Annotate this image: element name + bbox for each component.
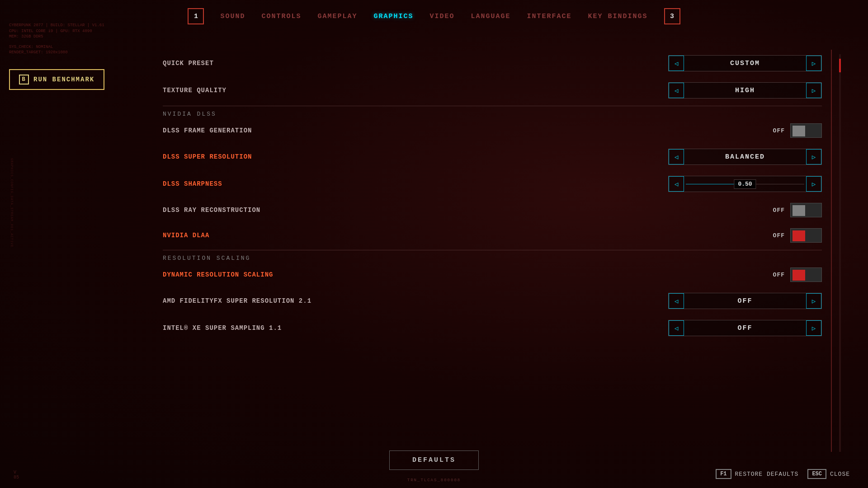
intel-xe-next[interactable]: ▷ <box>806 320 821 336</box>
texture-quality-label: Texture Quality <box>163 87 226 94</box>
dlss-super-res-selector: ◁ Balanced ▷ <box>668 149 822 165</box>
dlss-frame-gen-toggle-wrapper: OFF <box>768 123 822 138</box>
dlss-sharpness-next[interactable]: ▷ <box>806 176 821 192</box>
restore-defaults-label: Restore Defaults <box>735 471 799 478</box>
close-label: Close <box>830 471 850 478</box>
version-v: V <box>14 470 16 475</box>
quick-preset-next[interactable]: ▷ <box>806 56 821 71</box>
dlss-ray-toggle-wrapper: OFF <box>768 203 822 217</box>
dynamic-res-label: Dynamic Resolution Scaling <box>163 271 273 278</box>
dlss-sharpness-row: DLSS Sharpness ◁ 0.50 ▷ <box>163 170 822 197</box>
quick-preset-prev[interactable]: ◁ <box>669 56 684 71</box>
dlss-sharpness-track: 0.50 <box>684 176 806 192</box>
nav-box-left: 1 <box>188 8 204 24</box>
texture-quality-prev[interactable]: ◁ <box>669 83 684 98</box>
texture-quality-value: High <box>684 87 806 94</box>
res-scaling-section-divider: Resolution Scaling <box>163 250 822 262</box>
intel-xe-label: Intel® Xe Super Sampling 1.1 <box>163 324 282 332</box>
dlss-frame-gen-toggle[interactable] <box>790 123 822 138</box>
intel-xe-row: Intel® Xe Super Sampling 1.1 ◁ Off ▷ <box>163 314 822 342</box>
dlss-frame-gen-state: OFF <box>773 127 785 134</box>
quick-preset-label: Quick Preset <box>163 60 214 67</box>
dlss-section-title: NVIDIA DLSS <box>163 107 217 121</box>
dlss-sharpness-value: 0.50 <box>734 179 756 189</box>
nvidia-dlaa-toggle[interactable] <box>790 228 822 243</box>
top-nav: 1 SOUND CONTROLS GAMEPLAY GRAPHICS VIDEO… <box>0 8 868 24</box>
dlss-sharpness-label: DLSS Sharpness <box>163 180 222 188</box>
tab-gameplay[interactable]: GAMEPLAY <box>317 13 357 20</box>
dlss-sharpness-slider[interactable]: ◁ 0.50 ▷ <box>668 176 822 192</box>
dlss-super-res-value: Balanced <box>684 153 806 161</box>
texture-quality-row: Texture Quality ◁ High ▷ <box>163 77 822 104</box>
dynamic-res-toggle[interactable] <box>790 267 822 282</box>
dlss-ray-state: OFF <box>773 207 785 214</box>
defaults-button[interactable]: DEFAULTS <box>389 450 479 470</box>
texture-quality-next[interactable]: ▷ <box>806 83 821 98</box>
dlss-super-res-prev[interactable]: ◁ <box>669 149 684 164</box>
nvidia-dlaa-label: NVIDIA DLAA <box>163 232 209 239</box>
tab-graphics[interactable]: GRAPHICS <box>373 13 413 20</box>
dlss-ray-row: DLSS Ray Reconstruction OFF <box>163 197 822 223</box>
restore-defaults-key: F1 <box>716 469 731 479</box>
tab-sound[interactable]: SOUND <box>220 13 245 20</box>
tab-keybindings[interactable]: KEY BINDINGS <box>588 13 648 20</box>
hud-subtext: SYS_CHECK: NOMINAL RENDER_TARGET: 1920x1… <box>9 44 154 56</box>
scrollbar-track[interactable] <box>839 54 841 452</box>
left-panel: CYBERPUNK 2077 | BUILD: STELLAR | V1.61 … <box>9 23 154 90</box>
tab-language[interactable]: LANGUAGE <box>471 13 511 20</box>
nvidia-dlaa-state: OFF <box>773 232 785 239</box>
dynamic-res-state: OFF <box>773 272 785 278</box>
dlss-frame-gen-thumb <box>793 126 805 136</box>
nav-box-right: 3 <box>664 8 680 24</box>
dynamic-res-thumb <box>793 270 805 281</box>
amd-fsr-selector: ◁ Off ▷ <box>668 293 822 309</box>
close-btn[interactable]: ESC Close <box>807 469 850 479</box>
intel-xe-prev[interactable]: ◁ <box>669 320 684 336</box>
amd-fsr-value: Off <box>684 297 806 305</box>
dlss-frame-gen-row: DLSS Frame Generation OFF <box>163 118 822 143</box>
dlss-frame-gen-label: DLSS Frame Generation <box>163 127 252 134</box>
left-deco: GRAPHICS_CONFIG_DATA_STREAM_001_ACTIVE <box>10 158 14 248</box>
nvidia-dlaa-toggle-wrapper: OFF <box>768 228 822 243</box>
version-num: 85 <box>14 475 19 480</box>
nvidia-dlaa-thumb <box>793 230 805 241</box>
tab-controls[interactable]: CONTROLS <box>261 13 301 20</box>
texture-quality-selector: ◁ High ▷ <box>668 82 822 99</box>
benchmark-button[interactable]: B RUN BENCHMARK <box>9 69 104 90</box>
amd-fsr-prev[interactable]: ◁ <box>669 293 684 309</box>
dynamic-res-toggle-wrapper: OFF <box>768 267 822 282</box>
dlss-ray-toggle[interactable] <box>790 203 822 217</box>
benchmark-label: RUN BENCHMARK <box>33 76 94 83</box>
res-scaling-section-title: Resolution Scaling <box>163 251 250 265</box>
dlss-ray-label: DLSS Ray Reconstruction <box>163 206 260 214</box>
amd-fsr-row: AMD FidelityFX Super Resolution 2.1 ◁ Of… <box>163 287 822 314</box>
quick-preset-value: Custom <box>684 60 806 67</box>
settings-panel: Quick Preset ◁ Custom ▷ Texture Quality … <box>163 50 832 452</box>
nvidia-dlaa-row: NVIDIA DLAA OFF <box>163 223 822 248</box>
quick-preset-selector: ◁ Custom ▷ <box>668 55 822 71</box>
tab-video[interactable]: VIDEO <box>429 13 454 20</box>
dlss-section-divider: NVIDIA DLSS <box>163 106 822 118</box>
hud-text-top: CYBERPUNK 2077 | BUILD: STELLAR | V1.61 … <box>9 23 154 40</box>
dlss-sharpness-prev[interactable]: ◁ <box>669 176 684 192</box>
btn-b-icon: B <box>19 75 29 84</box>
dlss-super-res-next[interactable]: ▷ <box>806 149 821 164</box>
tab-interface[interactable]: INTERFACE <box>527 13 572 20</box>
dynamic-res-row: Dynamic Resolution Scaling OFF <box>163 262 822 287</box>
restore-defaults-btn[interactable]: F1 Restore Defaults <box>716 469 798 479</box>
scrollbar-thumb[interactable] <box>839 59 841 72</box>
hud-code: TRN_TLCAS_800008 <box>407 478 461 483</box>
dlss-ray-thumb <box>793 205 805 216</box>
bottom-bar: F1 Restore Defaults ESC Close <box>716 469 850 479</box>
amd-fsr-next[interactable]: ▷ <box>806 293 821 309</box>
dlss-super-res-label: DLSS Super Resolution <box>163 153 252 160</box>
intel-xe-selector: ◁ Off ▷ <box>668 320 822 336</box>
settings-inner: Quick Preset ◁ Custom ▷ Texture Quality … <box>163 50 832 452</box>
version-text: V 85 <box>14 470 19 480</box>
quick-preset-row: Quick Preset ◁ Custom ▷ <box>163 50 822 77</box>
intel-xe-value: Off <box>684 324 806 332</box>
close-key: ESC <box>807 469 826 479</box>
amd-fsr-label: AMD FidelityFX Super Resolution 2.1 <box>163 297 311 305</box>
dlss-super-res-row: DLSS Super Resolution ◁ Balanced ▷ <box>163 143 822 170</box>
